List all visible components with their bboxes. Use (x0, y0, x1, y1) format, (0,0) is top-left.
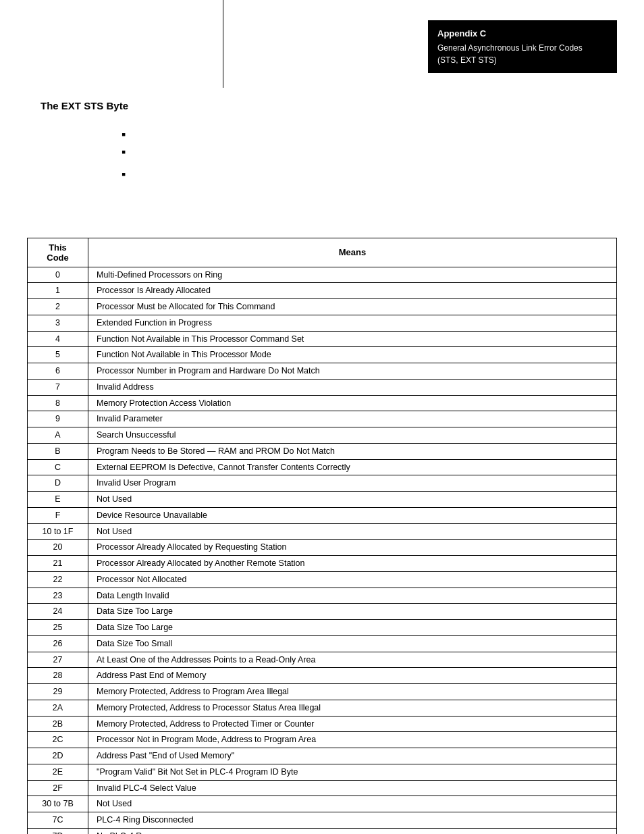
table-row: 7Invalid Address (28, 379, 617, 395)
code-cell: 0 (28, 267, 88, 283)
code-cell: 2E (28, 764, 88, 780)
code-cell: 4 (28, 331, 88, 347)
code-cell: 2A (28, 700, 88, 716)
means-cell: Not Used (88, 492, 617, 508)
bullet-item-3-spacer: ▪ (122, 168, 603, 180)
table-row: 25Data Size Too Large (28, 620, 617, 636)
code-cell: 5 (28, 347, 88, 363)
table-row: ENot Used (28, 492, 617, 508)
code-cell: 22 (28, 571, 88, 588)
means-cell: Data Length Invalid (88, 588, 617, 604)
error-table: ThisCode Means 0Multi-Defined Processors… (27, 238, 617, 835)
table-row: FDevice Resource Unavailable (28, 507, 617, 523)
code-cell: 24 (28, 604, 88, 620)
bullet-dot-3: ▪ (122, 168, 126, 180)
means-cell: Extended Function in Progress (88, 315, 617, 331)
code-cell: 10 to 1F (28, 523, 88, 540)
code-cell: 2D (28, 748, 88, 764)
table-row: 10 to 1FNot Used (28, 523, 617, 540)
table-row: 27At Least One of the Addresses Points t… (28, 652, 617, 668)
code-cell: 21 (28, 556, 88, 572)
code-cell: 8 (28, 395, 88, 411)
means-cell: Memory Protected, Address to Protected T… (88, 716, 617, 732)
table-row: 7DNo PLC-4 Response (28, 828, 617, 834)
means-cell: Function Not Available in This Processor… (88, 331, 617, 347)
code-cell: 2 (28, 299, 88, 315)
appendix-label: Appendix C (437, 27, 608, 41)
means-cell: Device Resource Unavailable (88, 507, 617, 523)
means-cell: Invalid Address (88, 379, 617, 395)
table-row: 29Memory Protected, Address to Program A… (28, 684, 617, 700)
bullet-dot-2: ▪ (122, 146, 126, 158)
code-cell: 2C (28, 732, 88, 748)
table-row: 4Function Not Available in This Processo… (28, 331, 617, 347)
table-row: DInvalid User Program (28, 475, 617, 492)
table-row: 2FInvalid PLC-4 Select Value (28, 780, 617, 796)
code-cell: 25 (28, 620, 88, 636)
table-row: 2Processor Must be Allocated for This Co… (28, 299, 617, 315)
table-row: 20Processor Already Allocated by Request… (28, 540, 617, 556)
table-container: ThisCode Means 0Multi-Defined Processors… (0, 238, 644, 835)
code-cell: 30 to 7B (28, 796, 88, 812)
col1-header: ThisCode (28, 238, 88, 267)
means-cell: Data Size Too Small (88, 635, 617, 652)
means-cell: Memory Protected, Address to Processor S… (88, 700, 617, 716)
appendix-box: Appendix C General Asynchronous Link Err… (428, 20, 617, 73)
table-row: 8Memory Protection Access Violation (28, 395, 617, 411)
means-cell: "Program Valid" Bit Not Set in PLC-4 Pro… (88, 764, 617, 780)
means-cell: Invalid PLC-4 Select Value (88, 780, 617, 796)
means-cell: Multi-Defined Processors on Ring (88, 267, 617, 283)
code-cell: 23 (28, 588, 88, 604)
code-cell: 2F (28, 780, 88, 796)
means-cell: At Least One of the Addresses Points to … (88, 652, 617, 668)
means-cell: Address Past End of Memory (88, 668, 617, 684)
table-row: 0Multi-Defined Processors on Ring (28, 267, 617, 283)
section-title: The EXT STS Byte (41, 100, 603, 111)
code-cell: 2B (28, 716, 88, 732)
means-cell: Invalid Parameter (88, 411, 617, 427)
header-area: Appendix C General Asynchronous Link Err… (0, 0, 644, 73)
table-row: 2E"Program Valid" Bit Not Set in PLC-4 P… (28, 764, 617, 780)
means-cell: No PLC-4 Response (88, 828, 617, 834)
means-cell: Search Unsuccessful (88, 427, 617, 444)
table-row: 21Processor Already Allocated by Another… (28, 556, 617, 572)
means-cell: Data Size Too Large (88, 604, 617, 620)
code-cell: 27 (28, 652, 88, 668)
appendix-subtitle: General Asynchronous Link Error Codes(ST… (437, 42, 608, 66)
means-cell: Processor Already Allocated by Another R… (88, 556, 617, 572)
bullet-item-2: ▪ (122, 146, 603, 158)
means-cell: Not Used (88, 523, 617, 540)
bullet-section: ▪ ▪ ▪ (41, 128, 603, 180)
table-header-row: ThisCode Means (28, 238, 617, 267)
code-cell: 20 (28, 540, 88, 556)
means-cell: Memory Protected, Address to Program Are… (88, 684, 617, 700)
code-cell: 3 (28, 315, 88, 331)
means-cell: PLC-4 Ring Disconnected (88, 812, 617, 829)
means-cell: Processor Not Allocated (88, 571, 617, 588)
means-cell: Program Needs to Be Stored — RAM and PRO… (88, 443, 617, 459)
code-cell: 7C (28, 812, 88, 829)
means-cell: Invalid User Program (88, 475, 617, 492)
code-cell: D (28, 475, 88, 492)
means-cell: Processor Must be Allocated for This Com… (88, 299, 617, 315)
table-row: 26Data Size Too Small (28, 635, 617, 652)
table-row: 28Address Past End of Memory (28, 668, 617, 684)
means-cell: Processor Number in Program and Hardware… (88, 363, 617, 380)
means-cell: Processor Is Already Allocated (88, 283, 617, 299)
table-row: 2CProcessor Not in Program Mode, Address… (28, 732, 617, 748)
means-cell: Function Not Available in This Processor… (88, 347, 617, 363)
table-row: 1Processor Is Already Allocated (28, 283, 617, 299)
table-row: 2BMemory Protected, Address to Protected… (28, 716, 617, 732)
table-row: 7CPLC-4 Ring Disconnected (28, 812, 617, 829)
means-cell: Not Used (88, 796, 617, 812)
table-row: 2AMemory Protected, Address to Processor… (28, 700, 617, 716)
code-cell: A (28, 427, 88, 444)
means-cell: Processor Already Allocated by Requestin… (88, 540, 617, 556)
table-row: BProgram Needs to Be Stored — RAM and PR… (28, 443, 617, 459)
code-cell: C (28, 459, 88, 475)
table-row: 5Function Not Available in This Processo… (28, 347, 617, 363)
bullet-item-1: ▪ (122, 128, 603, 140)
table-row: 2DAddress Past "End of Used Memory" (28, 748, 617, 764)
col2-header: Means (88, 238, 617, 267)
code-cell: 7D (28, 828, 88, 834)
